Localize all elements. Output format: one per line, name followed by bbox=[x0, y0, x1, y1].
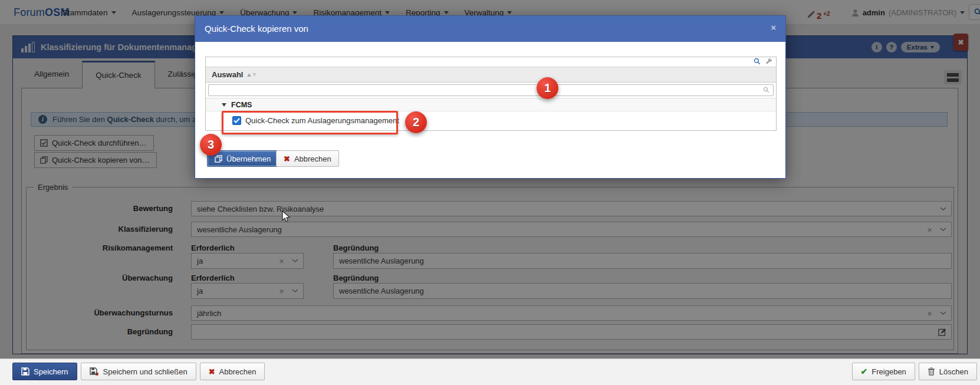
search-icon bbox=[763, 87, 769, 93]
collapse-caret-icon bbox=[222, 103, 226, 107]
application-window: ForumOSM Stammdaten Auslagerungssteuerun… bbox=[0, 0, 980, 385]
save-and-close-button[interactable]: Speichern und schließen bbox=[81, 363, 196, 380]
grid-column-header[interactable]: Auswahl bbox=[206, 67, 776, 83]
filter-input[interactable] bbox=[208, 84, 774, 96]
x-icon: ✖ bbox=[209, 368, 215, 376]
grid-toolbar bbox=[206, 57, 776, 67]
dialog-close-icon[interactable]: × bbox=[771, 23, 776, 32]
dialog-title: Quick-Check kopieren von bbox=[205, 16, 308, 42]
footer-left-buttons: Speichern Speichern und schließen ✖ Abbr… bbox=[12, 363, 265, 380]
release-button[interactable]: ✔ Freigeben bbox=[852, 363, 915, 380]
apply-label: Übernehmen bbox=[226, 154, 271, 163]
sort-desc-icon[interactable] bbox=[252, 73, 256, 77]
wrench-icon[interactable] bbox=[765, 58, 772, 65]
mouse-cursor bbox=[282, 210, 291, 223]
column-header-label: Auswahl bbox=[212, 70, 243, 79]
search-icon[interactable] bbox=[754, 58, 761, 65]
annotation-highlight-box bbox=[222, 111, 398, 134]
delete-button[interactable]: Löschen bbox=[919, 363, 977, 380]
cancel-label: Abbrechen bbox=[219, 367, 256, 376]
cancel-button[interactable]: ✖ Abbrechen bbox=[200, 363, 265, 380]
floppy-disk-icon bbox=[21, 367, 29, 376]
floppy-disk-close-icon bbox=[90, 367, 99, 376]
check-icon: ✔ bbox=[861, 367, 868, 376]
quick-check-copy-dialog: Quick-Check kopieren von × Auswahl bbox=[195, 15, 786, 179]
delete-label: Löschen bbox=[939, 367, 968, 376]
save-button[interactable]: Speichern bbox=[12, 363, 77, 380]
trash-icon bbox=[928, 367, 935, 376]
save-and-close-label: Speichern und schließen bbox=[103, 367, 188, 376]
annotation-step-3: 3 bbox=[200, 134, 222, 156]
footer-right-buttons: ✔ Freigeben Löschen bbox=[852, 363, 977, 380]
group-label: FCMS bbox=[231, 101, 252, 109]
x-icon: ✖ bbox=[284, 155, 290, 163]
sort-asc-icon[interactable] bbox=[247, 73, 251, 77]
release-label: Freigeben bbox=[872, 367, 906, 376]
dialog-header: Quick-Check kopieren von × bbox=[195, 16, 785, 42]
footer-action-bar: Speichern Speichern und schließen ✖ Abbr… bbox=[0, 358, 980, 385]
annotation-step-1: 1 bbox=[537, 77, 558, 99]
group-row-fcms[interactable]: FCMS bbox=[206, 98, 776, 111]
save-label: Speichern bbox=[34, 367, 68, 376]
copy-icon bbox=[215, 155, 222, 163]
sort-icons bbox=[247, 73, 256, 77]
grid-filter-row bbox=[206, 83, 776, 98]
annotation-step-2: 2 bbox=[405, 111, 427, 133]
dialog-cancel-label: Abbrechen bbox=[294, 154, 331, 163]
dialog-cancel-button[interactable]: ✖ Abbrechen bbox=[276, 150, 339, 167]
